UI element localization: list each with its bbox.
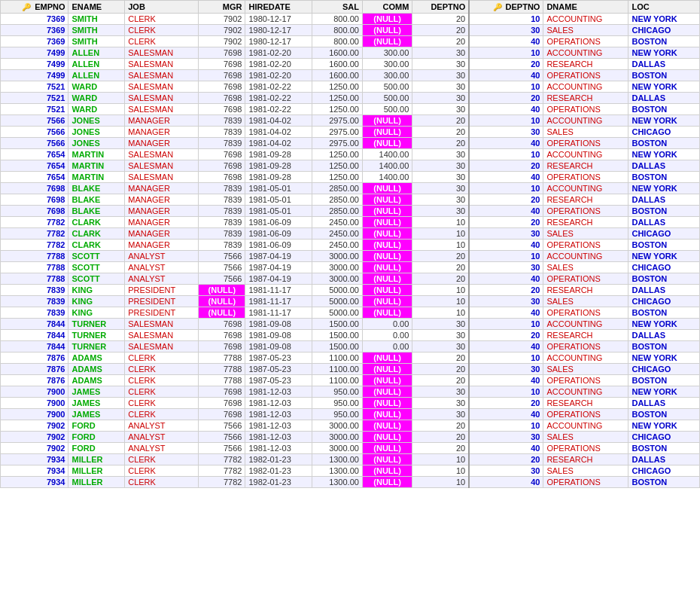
col-ename: ENAME xyxy=(68,1,125,14)
table-cell: MARTIN xyxy=(68,172,125,183)
table-cell: CHICAGO xyxy=(628,296,700,307)
table-cell: 7839 xyxy=(1,285,68,296)
table-cell: 1981-05-01 xyxy=(245,183,312,194)
table-cell: SALES xyxy=(543,262,628,273)
table-cell: 40 xyxy=(469,206,543,217)
table-row: 7900JAMESCLERK76981981-12-03950.00(NULL)… xyxy=(1,386,700,398)
table-cell: 1981-02-20 xyxy=(245,59,312,70)
table-cell: BOSTON xyxy=(628,138,700,149)
table-cell: 7788 xyxy=(1,251,68,262)
table-cell: JAMES xyxy=(68,386,125,398)
table-cell: SALESMAN xyxy=(125,160,199,172)
table-cell: 7900 xyxy=(1,409,68,420)
col-deptno-left: DEPTNO xyxy=(412,1,469,14)
table-cell: TURNER xyxy=(68,341,125,352)
table-cell: 1250.00 xyxy=(312,172,362,183)
table-cell: 7839 xyxy=(199,228,245,240)
table-row: 7934MILLERCLERK77821982-01-231300.00(NUL… xyxy=(1,465,700,477)
table-row: 7566JONESMANAGER78391981-04-022975.00(NU… xyxy=(1,138,700,149)
table-cell: 1981-02-22 xyxy=(245,93,312,104)
table-cell: ACCOUNTING xyxy=(543,386,628,398)
table-cell: 40 xyxy=(469,341,543,352)
table-row: 7654MARTINSALESMAN76981981-09-281250.001… xyxy=(1,160,700,172)
table-cell: WARD xyxy=(68,104,125,115)
table-cell: ANALYST xyxy=(125,443,199,454)
table-cell: 30 xyxy=(412,93,469,104)
table-cell: 1981-09-28 xyxy=(245,149,312,160)
table-cell: (NULL) xyxy=(199,307,245,319)
table-cell: NEW YORK xyxy=(628,352,700,364)
table-cell: 20 xyxy=(412,432,469,443)
table-cell: 1980-12-17 xyxy=(245,25,312,36)
table-row: 7499ALLENSALESMAN76981981-02-201600.0030… xyxy=(1,59,700,70)
table-cell: 1981-05-01 xyxy=(245,194,312,206)
table-cell: 40 xyxy=(469,409,543,420)
table-cell: 1300.00 xyxy=(312,477,362,488)
table-cell: SALES xyxy=(543,228,628,240)
table-cell: 7788 xyxy=(199,352,245,364)
table-cell: DALLAS xyxy=(628,93,700,104)
table-cell: 7698 xyxy=(199,330,245,341)
table-cell: SALES xyxy=(543,25,628,36)
table-row: 7788SCOTTANALYST75661987-04-193000.00(NU… xyxy=(1,251,700,262)
table-cell: 1981-12-03 xyxy=(245,386,312,398)
table-row: 7839KINGPRESIDENT(NULL)1981-11-175000.00… xyxy=(1,307,700,319)
col-mgr: MGR xyxy=(199,1,245,14)
table-cell: 20 xyxy=(412,273,469,285)
table-row: 7566JONESMANAGER78391981-04-022975.00(NU… xyxy=(1,127,700,138)
table-row: 7521WARDSALESMAN76981981-02-221250.00500… xyxy=(1,104,700,115)
table-cell: 0.00 xyxy=(362,330,412,341)
table-cell: (NULL) xyxy=(362,25,412,36)
table-cell: SALESMAN xyxy=(125,70,199,81)
table-cell: BLAKE xyxy=(68,206,125,217)
table-cell: ANALYST xyxy=(125,262,199,273)
table-cell: MARTIN xyxy=(68,149,125,160)
table-cell: 10 xyxy=(469,81,543,93)
table-cell: 1980-12-17 xyxy=(245,14,312,25)
table-cell: 7839 xyxy=(1,296,68,307)
table-row: 7499ALLENSALESMAN76981981-02-201600.0030… xyxy=(1,47,700,59)
table-cell: BOSTON xyxy=(628,443,700,454)
table-cell: BOSTON xyxy=(628,477,700,488)
table-cell: 1981-05-01 xyxy=(245,206,312,217)
table-cell: 1981-06-09 xyxy=(245,217,312,228)
table-cell: (NULL) xyxy=(362,386,412,398)
table-cell: (NULL) xyxy=(362,454,412,465)
table-cell: CLERK xyxy=(125,25,199,36)
table-cell: CHICAGO xyxy=(628,432,700,443)
table-cell: 1300.00 xyxy=(312,465,362,477)
table-cell: (NULL) xyxy=(362,398,412,409)
table-cell: 10 xyxy=(469,115,543,127)
table-cell: DALLAS xyxy=(628,330,700,341)
table-cell: 20 xyxy=(412,14,469,25)
table-cell: 7698 xyxy=(199,70,245,81)
table-cell: 7902 xyxy=(199,14,245,25)
table-cell: 7902 xyxy=(199,36,245,47)
table-cell: FORD xyxy=(68,443,125,454)
table-cell: DALLAS xyxy=(628,160,700,172)
table-cell: 300.00 xyxy=(362,59,412,70)
table-cell: 2850.00 xyxy=(312,183,362,194)
table-cell: DALLAS xyxy=(628,285,700,296)
table-cell: 1981-12-03 xyxy=(245,432,312,443)
table-cell: 2850.00 xyxy=(312,194,362,206)
table-cell: 7902 xyxy=(1,420,68,432)
table-cell: 30 xyxy=(469,432,543,443)
table-cell: BOSTON xyxy=(628,409,700,420)
table-cell: 30 xyxy=(412,341,469,352)
table-cell: OPERATIONS xyxy=(543,172,628,183)
table-cell: 40 xyxy=(469,138,543,149)
table-row: 7934MILLERCLERK77821982-01-231300.00(NUL… xyxy=(1,477,700,488)
table-cell: 7782 xyxy=(1,240,68,251)
table-cell: JAMES xyxy=(68,409,125,420)
table-cell: 7521 xyxy=(1,104,68,115)
table-cell: (NULL) xyxy=(362,228,412,240)
table-cell: SALESMAN xyxy=(125,341,199,352)
table-cell: 1600.00 xyxy=(312,47,362,59)
table-cell: 7698 xyxy=(199,341,245,352)
table-cell: 10 xyxy=(412,296,469,307)
table-cell: TURNER xyxy=(68,330,125,341)
table-cell: 950.00 xyxy=(312,409,362,420)
table-cell: 1981-09-08 xyxy=(245,319,312,330)
table-cell: OPERATIONS xyxy=(543,307,628,319)
